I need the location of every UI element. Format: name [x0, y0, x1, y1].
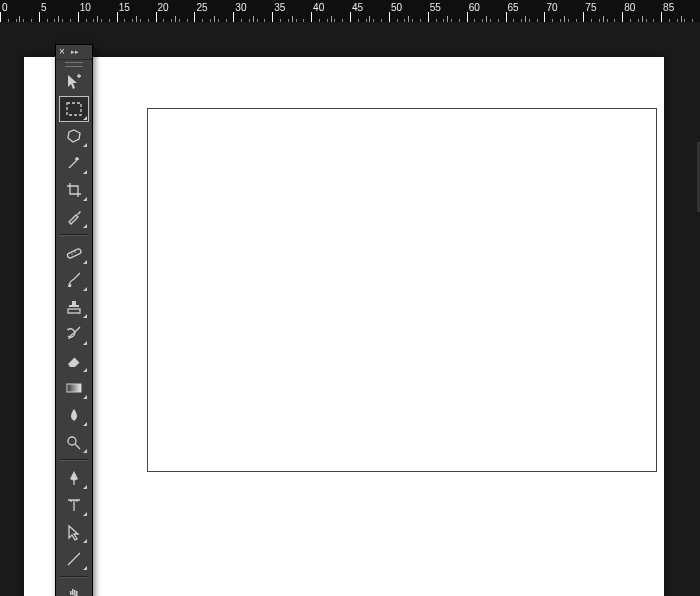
flyout-indicator-icon — [83, 314, 87, 318]
arrow-icon — [65, 523, 83, 541]
ruler-label: 15 — [119, 2, 130, 13]
tool-separator — [60, 576, 88, 578]
ruler-tick: 5 — [39, 0, 78, 22]
ruler-tick: 80 — [622, 0, 661, 22]
ruler-label: 80 — [624, 2, 635, 13]
move-icon — [65, 73, 83, 91]
ruler-tick: 65 — [506, 0, 545, 22]
path-selection-tool[interactable] — [59, 519, 89, 545]
eraser-tool[interactable] — [59, 348, 89, 374]
flyout-indicator-icon — [83, 170, 87, 174]
ruler-tick: 10 — [78, 0, 117, 22]
gradient-tool[interactable] — [59, 375, 89, 401]
flyout-indicator-icon — [83, 368, 87, 372]
ruler-tick: 40 — [311, 0, 350, 22]
ruler-tick: 60 — [467, 0, 506, 22]
ruler-label: 85 — [663, 2, 674, 13]
ruler-tick: 85 — [661, 0, 700, 22]
svg-point-6 — [68, 437, 76, 445]
horizontal-ruler: 051015202530354045505560657075808590 — [0, 0, 700, 23]
workspace: × ▸▸ — [0, 22, 700, 596]
ruler-label: 45 — [352, 2, 363, 13]
stamp-icon — [65, 298, 83, 316]
svg-rect-1 — [67, 248, 82, 258]
pen-tool[interactable] — [59, 465, 89, 491]
blur-tool[interactable] — [59, 402, 89, 428]
ruler-label: 50 — [391, 2, 402, 13]
clone-stamp-tool[interactable] — [59, 294, 89, 320]
panel-grip-icon[interactable] — [56, 60, 92, 68]
ruler-tick: 50 — [389, 0, 428, 22]
tool-separator — [60, 459, 88, 461]
ruler-label: 55 — [430, 2, 441, 13]
svg-point-2 — [71, 253, 72, 254]
ruler-label: 65 — [508, 2, 519, 13]
ruler-tick: 30 — [233, 0, 272, 22]
hand-tool[interactable] — [59, 582, 89, 596]
flyout-indicator-icon — [83, 116, 87, 120]
svg-point-3 — [74, 251, 75, 252]
ruler-label: 30 — [235, 2, 246, 13]
ruler-tick: 45 — [350, 0, 389, 22]
hand-icon — [65, 586, 83, 596]
quick-select-tool[interactable] — [59, 150, 89, 176]
svg-rect-4 — [68, 309, 80, 313]
flyout-indicator-icon — [83, 512, 87, 516]
ruler-label: 70 — [546, 2, 557, 13]
flyout-indicator-icon — [83, 341, 87, 345]
flyout-indicator-icon — [83, 395, 87, 399]
lasso-tool[interactable] — [59, 123, 89, 149]
expand-panel-icon[interactable]: ▸▸ — [71, 48, 79, 56]
drop-icon — [65, 406, 83, 424]
eraser-icon — [65, 352, 83, 370]
type-icon — [65, 496, 83, 514]
svg-rect-0 — [67, 103, 81, 115]
flyout-indicator-icon — [83, 422, 87, 426]
ruler-tick: 0 — [0, 0, 39, 22]
flyout-indicator-icon — [83, 224, 87, 228]
ruler-tick: 20 — [156, 0, 195, 22]
crop-tool[interactable] — [59, 177, 89, 203]
flyout-indicator-icon — [83, 143, 87, 147]
history-brush-icon — [65, 325, 83, 343]
eyedropper-tool[interactable] — [59, 204, 89, 230]
ruler-tick: 55 — [428, 0, 467, 22]
marquee-icon — [65, 100, 83, 118]
flyout-indicator-icon — [83, 566, 87, 570]
lasso-icon — [65, 127, 83, 145]
tools-panel: × ▸▸ — [55, 44, 93, 596]
brush-icon — [65, 271, 83, 289]
flyout-indicator-icon — [83, 287, 87, 291]
pen-icon — [65, 469, 83, 487]
wand-icon — [65, 154, 83, 172]
healing-brush-tool[interactable] — [59, 240, 89, 266]
ruler-label: 5 — [41, 2, 47, 13]
flyout-indicator-icon — [83, 449, 87, 453]
move-tool[interactable] — [59, 69, 89, 95]
close-panel-icon[interactable]: × — [59, 47, 65, 57]
eyedropper-icon — [65, 208, 83, 226]
ruler-label: 0 — [2, 2, 8, 13]
flyout-indicator-icon — [83, 260, 87, 264]
ruler-label: 75 — [585, 2, 596, 13]
flyout-indicator-icon — [83, 539, 87, 543]
bandage-icon — [65, 244, 83, 262]
ruler-label: 25 — [196, 2, 207, 13]
line-icon — [65, 550, 83, 568]
ruler-tick: 35 — [272, 0, 311, 22]
ruler-label: 20 — [158, 2, 169, 13]
crop-icon — [65, 181, 83, 199]
ruler-tick: 70 — [544, 0, 583, 22]
marquee-tool[interactable] — [59, 96, 89, 122]
tools-panel-titlebar[interactable]: × ▸▸ — [56, 45, 92, 60]
dodge-icon — [65, 433, 83, 451]
canvas[interactable] — [147, 108, 657, 472]
brush-tool[interactable] — [59, 267, 89, 293]
type-tool[interactable] — [59, 492, 89, 518]
ruler-label: 35 — [274, 2, 285, 13]
tool-separator — [60, 234, 88, 236]
ruler-label: 60 — [469, 2, 480, 13]
dodge-tool[interactable] — [59, 429, 89, 455]
shape-tool[interactable] — [59, 546, 89, 572]
history-brush-tool[interactable] — [59, 321, 89, 347]
